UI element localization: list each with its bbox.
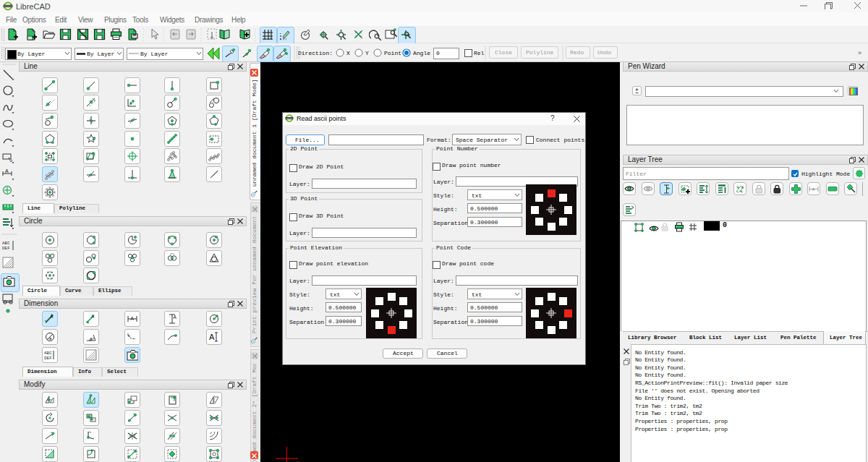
svg-text:DEF: DEF (2, 246, 10, 251)
svg-text:A: A (91, 314, 95, 319)
svg-text:A: A (50, 314, 54, 319)
svg-text:DEF: DEF (44, 355, 52, 360)
svg-text:A: A (741, 185, 744, 189)
svg-text:A: A (5, 168, 9, 174)
svg-text:A: A (174, 315, 177, 320)
svg-text:a: a (90, 336, 92, 341)
svg-text:A: A (131, 316, 135, 321)
svg-text:ABC: ABC (2, 241, 10, 246)
svg-text:A: A (209, 333, 215, 341)
svg-text:A: A (812, 187, 815, 192)
svg-text:ø: ø (49, 336, 52, 341)
